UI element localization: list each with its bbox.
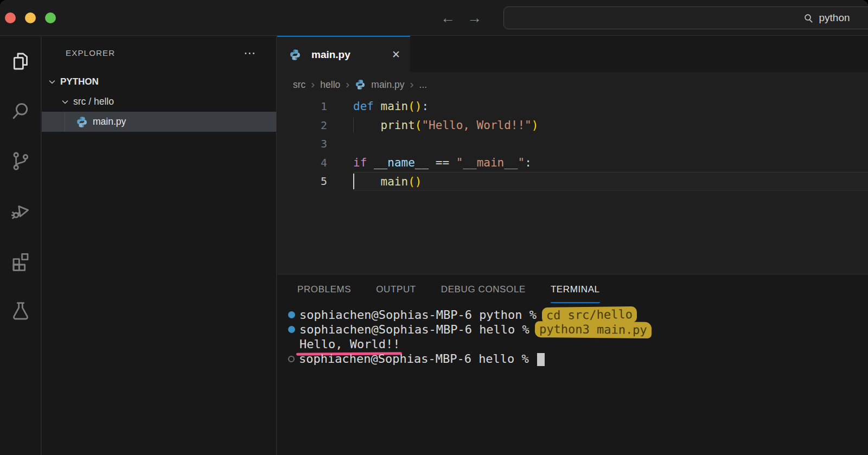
project-name: PYTHON bbox=[60, 76, 99, 87]
history-nav: ← → bbox=[441, 0, 482, 36]
code-line-4[interactable]: 4if __name__ == "__main__": bbox=[277, 153, 868, 172]
chevron-right-icon: › bbox=[346, 78, 349, 91]
code-token: main bbox=[381, 175, 409, 188]
tree-item-project[interactable]: PYTHON bbox=[42, 72, 276, 92]
close-tab-icon[interactable]: ✕ bbox=[392, 48, 400, 61]
code-token: if bbox=[353, 156, 367, 169]
underlined-output: Hello, World!! bbox=[299, 337, 400, 351]
line-number: 1 bbox=[277, 97, 353, 116]
breadcrumb-item[interactable]: main.py bbox=[371, 79, 404, 91]
breadcrumb-item[interactable]: ... bbox=[419, 79, 427, 91]
terminal-segment: sophiachen@Sophias-MBP-6 hello % bbox=[299, 323, 537, 336]
python-file-icon bbox=[76, 116, 88, 128]
file-name: main.py bbox=[93, 116, 126, 127]
code-token: def bbox=[353, 100, 374, 113]
line-number: 3 bbox=[277, 134, 353, 153]
terminal-text: sophiachen@Sophias-MBP-6 hello % bbox=[299, 351, 545, 366]
terminal-output[interactable]: sophiachen@Sophias-MBP-6 python % cd src… bbox=[277, 305, 868, 366]
close-window-button[interactable] bbox=[5, 12, 16, 23]
terminal-text: Hello, World!! bbox=[299, 337, 400, 351]
line-number: 2 bbox=[277, 116, 353, 135]
terminal-line: sophiachen@Sophias-MBP-6 hello % python3… bbox=[277, 322, 868, 337]
run-and-debug-icon[interactable] bbox=[9, 199, 33, 223]
chevron-right-icon: › bbox=[311, 78, 315, 91]
terminal-cursor bbox=[537, 353, 545, 366]
zoom-window-button[interactable] bbox=[45, 12, 56, 23]
breadcrumb-item[interactable]: src bbox=[293, 79, 305, 91]
code-token: ( bbox=[415, 119, 422, 132]
python-file-icon bbox=[289, 49, 301, 61]
terminal-text: sophiachen@Sophias-MBP-6 hello % python3… bbox=[299, 322, 650, 338]
code-token bbox=[374, 100, 381, 113]
terminal-line: sophiachen@Sophias-MBP-6 python % cd src… bbox=[277, 307, 868, 322]
code-token: "Hello, World!!" bbox=[422, 119, 531, 132]
explorer-title: EXPLORER bbox=[66, 48, 115, 57]
code-line-2[interactable]: 2 print("Hello, World!!") bbox=[277, 116, 868, 135]
code-token: "__main__" bbox=[456, 156, 525, 169]
traffic-lights bbox=[5, 12, 56, 23]
back-arrow-button[interactable]: ← bbox=[441, 11, 455, 25]
source-control-icon[interactable] bbox=[9, 149, 33, 173]
code-content: main() bbox=[353, 172, 868, 191]
explorer-header: EXPLORER ⋯ bbox=[42, 36, 276, 57]
code-token: () bbox=[408, 100, 422, 113]
editor-tab-strip: main.py ✕ bbox=[277, 36, 868, 72]
activity-bar bbox=[0, 36, 41, 455]
extensions-icon[interactable] bbox=[9, 249, 33, 273]
code-line-5[interactable]: 5 main() bbox=[277, 172, 868, 191]
command-success-dot-icon bbox=[288, 311, 295, 318]
tab-output[interactable]: OUTPUT bbox=[376, 274, 416, 305]
breadcrumb: src › hello › main.py › ... bbox=[277, 72, 868, 97]
search-view-icon[interactable] bbox=[9, 99, 33, 123]
tab-debug-console[interactable]: DEBUG CONSOLE bbox=[441, 274, 526, 305]
line-number: 5 bbox=[277, 172, 353, 191]
code-content: def main(): bbox=[353, 97, 868, 116]
command-success-dot-icon bbox=[288, 326, 295, 333]
breadcrumb-item[interactable]: hello bbox=[320, 79, 340, 91]
tree-item-folder[interactable]: src / hello bbox=[42, 92, 276, 112]
code-token bbox=[353, 175, 381, 188]
command-center-search[interactable]: python bbox=[503, 7, 868, 29]
highlighted-command: python3 main.py bbox=[535, 321, 652, 338]
code-line-1[interactable]: 1def main(): bbox=[277, 97, 868, 116]
command-pending-circle-icon bbox=[288, 356, 295, 362]
code-line-3[interactable]: 3 bbox=[277, 134, 868, 153]
tab-label: main.py bbox=[311, 49, 350, 61]
tab-problems[interactable]: PROBLEMS bbox=[297, 274, 351, 305]
search-query-text: python bbox=[819, 12, 850, 24]
explorer-sidebar: EXPLORER ⋯ PYTHON src / hello main.py bbox=[42, 36, 277, 455]
code-token: () bbox=[408, 175, 422, 188]
tree-item-file-selected[interactable]: main.py bbox=[42, 112, 276, 132]
code-token: ) bbox=[532, 119, 539, 132]
terminal-line: sophiachen@Sophias-MBP-6 hello % bbox=[277, 351, 868, 366]
folder-name: src / hello bbox=[73, 96, 114, 107]
testing-icon[interactable] bbox=[9, 299, 33, 323]
forward-arrow-button[interactable]: → bbox=[467, 11, 482, 25]
code-token: main bbox=[381, 100, 409, 113]
code-content: print("Hello, World!!") bbox=[353, 116, 868, 135]
tab-main-py[interactable]: main.py ✕ bbox=[277, 36, 410, 72]
minimize-window-button[interactable] bbox=[25, 12, 36, 23]
code-content: if __name__ == "__main__": bbox=[353, 153, 868, 172]
code-token: : bbox=[422, 100, 429, 113]
chevron-right-icon: › bbox=[410, 78, 414, 91]
python-file-icon bbox=[355, 79, 366, 90]
terminal-line: Hello, World!! bbox=[277, 337, 868, 351]
more-actions-icon[interactable]: ⋯ bbox=[244, 50, 257, 56]
panel-tabs: PROBLEMS OUTPUT DEBUG CONSOLE TERMINAL bbox=[277, 274, 868, 305]
code-lines[interactable]: 1def main():2 print("Hello, World!!")34i… bbox=[277, 97, 868, 191]
bottom-panel: PROBLEMS OUTPUT DEBUG CONSOLE TERMINAL s… bbox=[277, 274, 868, 455]
explorer-icon[interactable] bbox=[9, 49, 33, 73]
code-token: : bbox=[525, 156, 532, 169]
vscode-window: ← → python bbox=[0, 0, 868, 455]
code-token bbox=[449, 156, 456, 169]
tab-terminal[interactable]: TERMINAL bbox=[551, 274, 600, 305]
search-icon bbox=[803, 13, 814, 23]
code-token bbox=[429, 156, 436, 169]
terminal-text: sophiachen@Sophias-MBP-6 python % cd src… bbox=[299, 307, 635, 323]
code-token bbox=[367, 156, 374, 169]
chevron-down-icon bbox=[61, 98, 69, 106]
code-content bbox=[353, 134, 868, 153]
code-token: print bbox=[381, 119, 415, 132]
chevron-down-icon bbox=[48, 78, 56, 86]
